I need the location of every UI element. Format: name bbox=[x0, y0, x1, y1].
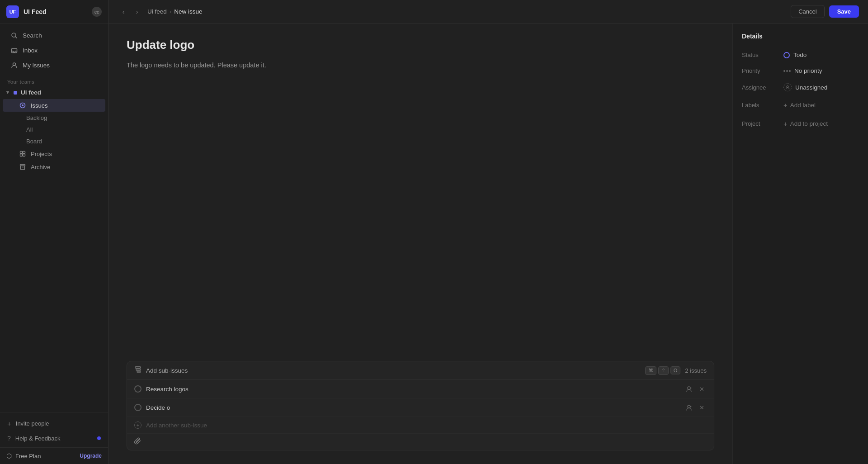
sidebar-item-inbox[interactable]: Inbox bbox=[3, 43, 105, 57]
priority-dots-icon bbox=[783, 70, 791, 72]
sidebar-item-my-issues[interactable]: My issues bbox=[3, 58, 105, 72]
main-content: ‹ › Ui feed › New issue Cancel Save Upda… bbox=[108, 0, 868, 464]
svg-rect-11 bbox=[135, 367, 141, 368]
sidebar-item-all[interactable]: All bbox=[3, 124, 105, 135]
issue-title[interactable]: Update logo bbox=[127, 38, 714, 52]
add-to-project-button[interactable]: + Add to project bbox=[783, 119, 828, 128]
upgrade-plan-icon: ⬡ bbox=[6, 452, 12, 459]
breadcrumb-separator: › bbox=[170, 8, 172, 15]
issue-description[interactable]: The logo needs to be updated. Please upd… bbox=[127, 60, 714, 71]
detail-row-priority: Priority No priority bbox=[733, 63, 868, 79]
sidebar-item-projects[interactable]: Projects bbox=[3, 147, 105, 160]
sidebar-item-backlog[interactable]: Backlog bbox=[3, 112, 105, 123]
sub-issue-status-0[interactable] bbox=[134, 385, 142, 393]
board-label: Board bbox=[26, 138, 42, 145]
sidebar-item-archive[interactable]: Archive bbox=[3, 161, 105, 173]
sub-issue-row-1: Decide o ✕ bbox=[127, 398, 714, 417]
team-chevron-icon: ▾ bbox=[6, 90, 9, 95]
add-label-plus-icon: + bbox=[783, 101, 788, 109]
sidebar-team-ui-feed[interactable]: ▾ Ui feed bbox=[0, 86, 108, 99]
app-avatar: UF bbox=[6, 5, 19, 18]
sub-issue-assign-1[interactable] bbox=[684, 402, 694, 412]
sidebar-projects-label: Projects bbox=[31, 151, 52, 157]
sidebar-item-issues[interactable]: Issues bbox=[3, 99, 105, 112]
status-circle-icon bbox=[783, 52, 790, 58]
free-plan-label: Free Plan bbox=[15, 453, 41, 459]
sidebar-item-search[interactable]: Search bbox=[3, 28, 105, 43]
priority-label: Priority bbox=[742, 67, 778, 74]
sub-issue-status-1[interactable] bbox=[134, 404, 142, 411]
svg-rect-8 bbox=[20, 154, 23, 156]
sub-issues-panel: Add sub-issues ⌘ ⇧ O 2 issues Research l… bbox=[127, 361, 714, 450]
project-label: Project bbox=[742, 120, 778, 127]
assignee-value[interactable]: Unassigned bbox=[783, 83, 827, 91]
sidebar-inbox-label: Inbox bbox=[23, 47, 38, 54]
sub-issue-remove-0[interactable]: ✕ bbox=[697, 384, 707, 394]
details-panel: Details Status Todo Priority bbox=[732, 24, 868, 464]
sidebar-help-feedback[interactable]: ? Help & Feedback bbox=[0, 431, 108, 445]
detail-row-project: Project + Add to project bbox=[733, 114, 868, 133]
app-title: UI Feed bbox=[24, 8, 87, 15]
sub-issues-header-label: Add sub-issues bbox=[146, 367, 641, 374]
sub-issue-remove-1[interactable]: ✕ bbox=[697, 402, 707, 412]
svg-rect-6 bbox=[20, 152, 23, 154]
svg-line-1 bbox=[15, 36, 16, 38]
back-button[interactable]: ‹ bbox=[118, 6, 129, 18]
detail-row-status: Status Todo bbox=[733, 47, 868, 63]
sidebar-item-board[interactable]: Board bbox=[3, 136, 105, 147]
add-project-plus-icon: + bbox=[783, 120, 788, 128]
svg-point-15 bbox=[688, 405, 690, 408]
sidebar: UF UI Feed cc Search In bbox=[0, 0, 108, 464]
cancel-button[interactable]: Cancel bbox=[791, 5, 824, 18]
assignee-avatar-icon bbox=[783, 83, 792, 91]
svg-point-14 bbox=[688, 387, 690, 389]
breadcrumb-root[interactable]: Ui feed bbox=[147, 8, 167, 15]
add-another-row: + bbox=[127, 417, 714, 433]
add-label-text: Add label bbox=[790, 102, 816, 109]
svg-rect-10 bbox=[20, 165, 25, 166]
status-text: Todo bbox=[793, 52, 807, 58]
priority-value[interactable]: No priority bbox=[783, 67, 822, 74]
sidebar-issues-label: Issues bbox=[31, 102, 48, 109]
upgrade-left: ⬡ Free Plan bbox=[6, 452, 41, 459]
upgrade-button[interactable]: Upgrade bbox=[80, 453, 102, 459]
sidebar-my-issues-label: My issues bbox=[23, 62, 50, 69]
teams-section-label: Your teams bbox=[0, 73, 108, 86]
sub-issues-icon bbox=[134, 366, 142, 375]
issue-area: Update logo The logo needs to be updated… bbox=[108, 24, 868, 464]
save-button[interactable]: Save bbox=[829, 5, 859, 18]
assignee-text: Unassigned bbox=[795, 84, 827, 91]
add-another-input[interactable] bbox=[146, 422, 707, 429]
svg-point-3 bbox=[13, 63, 15, 66]
issues-icon bbox=[19, 102, 26, 109]
sub-issue-row-0: Research logos ✕ bbox=[127, 380, 714, 398]
kbd-o: O bbox=[670, 366, 681, 374]
topbar-nav-buttons: ‹ › bbox=[118, 6, 143, 18]
issue-editor: Update logo The logo needs to be updated… bbox=[108, 24, 732, 464]
kbd-shift: ⇧ bbox=[658, 366, 669, 375]
forward-button[interactable]: › bbox=[131, 6, 143, 18]
status-value[interactable]: Todo bbox=[783, 52, 807, 58]
team-badge[interactable]: cc bbox=[92, 7, 102, 17]
svg-rect-12 bbox=[136, 369, 141, 370]
kbd-cmd: ⌘ bbox=[645, 366, 656, 375]
svg-rect-9 bbox=[23, 154, 25, 156]
team-name: Ui feed bbox=[21, 89, 41, 96]
sub-issue-assign-0[interactable] bbox=[684, 384, 694, 394]
sub-issue-actions-0: ✕ bbox=[684, 384, 707, 394]
attach-button[interactable] bbox=[132, 436, 144, 448]
inbox-icon bbox=[10, 46, 18, 54]
search-icon bbox=[10, 31, 18, 39]
add-label-button[interactable]: + Add label bbox=[783, 100, 816, 110]
sub-issue-title-1[interactable]: Decide o bbox=[146, 404, 679, 411]
svg-point-5 bbox=[22, 104, 24, 106]
sidebar-invite-people[interactable]: + Invite people bbox=[0, 416, 108, 431]
sidebar-archive-label: Archive bbox=[31, 164, 50, 170]
sub-issue-title-0[interactable]: Research logos bbox=[146, 386, 679, 393]
priority-text: No priority bbox=[794, 67, 822, 74]
backlog-label: Backlog bbox=[26, 114, 47, 121]
all-label: All bbox=[26, 126, 33, 133]
sidebar-nav: Search Inbox My issues Your teams bbox=[0, 24, 108, 412]
detail-row-assignee: Assignee Unassigned bbox=[733, 79, 868, 96]
details-title: Details bbox=[733, 33, 868, 47]
